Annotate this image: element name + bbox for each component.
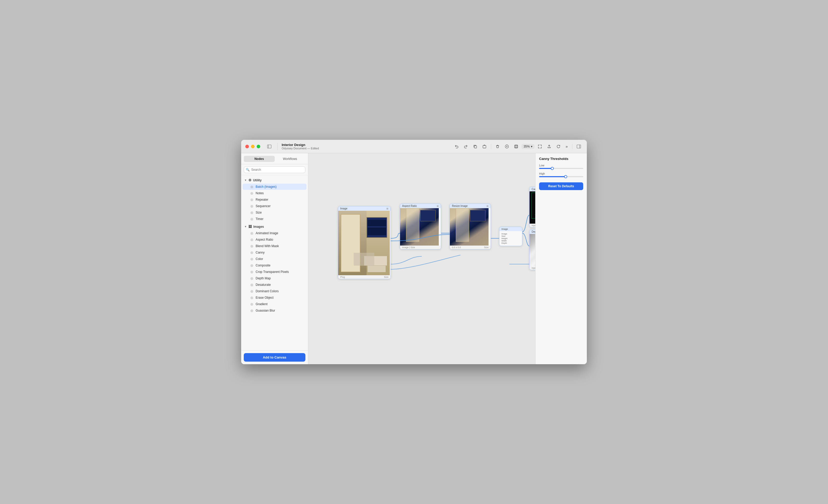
svg-rect-0 — [267, 145, 272, 148]
share-button[interactable] — [545, 143, 553, 150]
document-subtitle: Odyssey Document — Edited — [282, 147, 450, 150]
title-section: Interior Design Odyssey Document — Edite… — [282, 143, 450, 150]
node-resize-title: Resize Image — [452, 205, 468, 207]
node-canny-input: Input — [532, 224, 535, 227]
sidebar-item-color[interactable]: ◎ Color — [243, 256, 306, 262]
sidebar-item-composite[interactable]: ◎ Composite — [243, 262, 306, 268]
item-label-aspect: Aspect Ratio — [256, 238, 273, 242]
item-icon-aspect: ◎ — [250, 238, 254, 242]
node-canny[interactable]: Canny ⊞ — [529, 187, 535, 227]
undo-button[interactable] — [453, 143, 460, 150]
frame-button[interactable] — [512, 143, 520, 150]
sidebar-item-batch-images[interactable]: ◎ Batch (Images) — [243, 184, 306, 190]
item-label-dominant: Dominant Colors — [256, 289, 279, 293]
node-resize-preview — [450, 208, 489, 246]
node-depth-header: Depth Map ⊞ — [530, 229, 535, 234]
sidebar-item-repeater[interactable]: ◎ Repeater — [243, 197, 306, 203]
node-image-icon: ⊞ — [386, 207, 388, 210]
sidebar-item-dominant-colors[interactable]: ◎ Dominant Colors — [243, 288, 306, 294]
node-resize-size2: Size — [484, 246, 489, 249]
sidebar-item-desaturate[interactable]: ◎ Desaturate — [243, 282, 306, 288]
sidebar-item-animated-image[interactable]: ◎ Animated Image — [243, 230, 306, 236]
node-image-plug: Plug — [340, 276, 345, 278]
svg-rect-8 — [532, 193, 535, 218]
node-aspect-body — [400, 208, 441, 246]
sidebar-item-gradient[interactable]: ◎ Gradient — [243, 301, 306, 307]
sidebar-item-aspect-ratio[interactable]: ◎ Aspect Ratio — [243, 237, 306, 243]
node-resize-header: Resize Image ⊞ — [450, 204, 491, 208]
sidebar-item-notes[interactable]: ◎ Notes — [243, 190, 306, 196]
item-icon-sequencer: ◎ — [250, 204, 254, 208]
node-canny-body — [530, 192, 535, 224]
sidebar-item-blend-with-mask[interactable]: ◎ Blend With Mask — [243, 243, 306, 249]
svg-rect-6 — [577, 145, 581, 148]
maximize-button[interactable] — [257, 145, 260, 148]
sidebar-toggle-button[interactable] — [265, 143, 273, 150]
add-to-canvas-button[interactable]: Add to Canvas — [244, 353, 305, 362]
node-resize[interactable]: Resize Image ⊞ 0.0 x 0.0 Size — [450, 204, 491, 249]
node-depth-footer: Input Output — [530, 266, 535, 270]
sidebar-item-size[interactable]: ◎ Size — [243, 209, 306, 216]
sidebar-item-erase-object[interactable]: ◎ Erase Object — [243, 295, 306, 301]
item-label-crop: Crop Transparent Pixels — [256, 270, 289, 274]
item-label-color: Color — [256, 257, 263, 261]
paste-button[interactable] — [481, 143, 488, 150]
search-bar: 🔍 — [241, 164, 308, 175]
zoom-chevron: ▾ — [531, 145, 532, 148]
node-depth-input: Input — [532, 267, 535, 269]
document-title: Interior Design — [282, 143, 450, 147]
more-button[interactable]: » — [564, 143, 570, 150]
fit-button[interactable] — [536, 143, 544, 150]
item-icon-desaturate: ◎ — [250, 283, 254, 287]
refresh-button[interactable] — [554, 143, 562, 150]
node-resize-icon: ⊞ — [487, 205, 489, 207]
node-canny-title: Canny — [532, 188, 535, 191]
inspector-toggle-button[interactable] — [575, 143, 583, 150]
item-icon-animated: ◎ — [250, 232, 254, 235]
sidebar-item-sequencer[interactable]: ◎ Sequencer — [243, 203, 306, 209]
copy-button[interactable] — [471, 143, 479, 150]
node-image-title: Image — [340, 207, 347, 210]
item-label-notes: Notes — [256, 192, 263, 195]
node-image-header: Image ⊞ — [338, 206, 390, 211]
sidebar-item-gaussian-blur[interactable]: ◎ Guassian Blur — [243, 307, 306, 313]
chevron-images: ▼ — [244, 225, 247, 228]
slider-group-high: High — [539, 172, 583, 177]
reset-to-defaults-button[interactable]: Reset To Defaults — [539, 182, 583, 190]
toolbar-actions: 35% ▾ » — [453, 143, 583, 150]
sidebar-item-timer[interactable]: ◎ Timer — [243, 216, 306, 222]
node-aspect-ratio[interactable]: Aspect Ratio ⊞ Image | Size — [400, 204, 441, 249]
group-images: ▼ 🖼 Images ◎ Animated Image ◎ Aspect Rat… — [241, 223, 308, 314]
group-utility: ▼ ⚙ Utility ◎ Batch (Images) ◎ Notes ◎ — [241, 176, 308, 223]
group-images-header[interactable]: ▼ 🖼 Images — [241, 223, 308, 230]
play-button[interactable] — [503, 143, 511, 150]
group-utility-header[interactable]: ▼ ⚙ Utility — [241, 177, 308, 183]
canvas-area[interactable]: Image ⊞ — [308, 153, 535, 364]
sidebar-item-canny[interactable]: ◎ Canny — [243, 249, 306, 256]
node-canny-header: Canny ⊞ — [530, 187, 535, 192]
redo-button[interactable] — [462, 143, 470, 150]
node-image-body — [338, 211, 390, 275]
sidebar-tabs: Nodes Workflows — [241, 153, 308, 164]
node-image[interactable]: Image ⊞ — [338, 206, 391, 279]
images-icon: 🖼 — [248, 225, 252, 228]
close-button[interactable] — [245, 145, 249, 148]
node-aspect-preview — [400, 208, 439, 246]
search-input[interactable] — [244, 166, 305, 173]
node-depth-title: Depth Map — [532, 230, 535, 233]
node-depth-map[interactable]: Depth Map ⊞ Input Output — [529, 229, 535, 270]
sidebar-item-depth-map[interactable]: ◎ Depth Map — [243, 275, 306, 282]
node-depth-body — [530, 234, 535, 266]
sidebar-item-crop[interactable]: ◎ Crop Transparent Pixels — [243, 269, 306, 275]
delete-button[interactable] — [494, 143, 501, 150]
node-image-small[interactable]: Image Image Size Height Width Depth — [499, 227, 522, 246]
main-window: Interior Design Odyssey Document — Edite… — [241, 140, 587, 364]
tab-nodes[interactable]: Nodes — [244, 156, 275, 162]
zoom-control[interactable]: 35% ▾ — [522, 144, 534, 149]
tab-workflows[interactable]: Workflows — [275, 156, 306, 162]
node-aspect-title: Aspect Ratio — [402, 205, 417, 207]
item-icon-size: ◎ — [250, 211, 254, 214]
minimize-button[interactable] — [251, 145, 255, 148]
slider-low-label: Low — [539, 164, 583, 167]
item-label-canny: Canny — [256, 251, 265, 254]
